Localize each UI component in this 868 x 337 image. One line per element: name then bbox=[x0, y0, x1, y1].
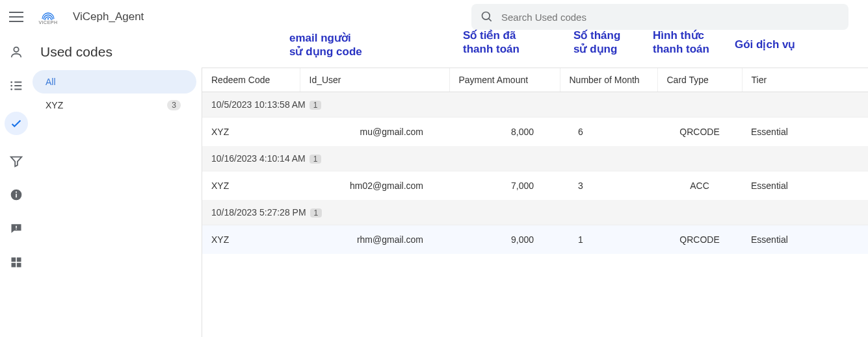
svg-point-3 bbox=[10, 81, 12, 83]
svg-point-0 bbox=[47, 18, 49, 19]
cell-user: hm02@gmail.com bbox=[300, 171, 449, 201]
col-amount[interactable]: Payment Amount bbox=[449, 68, 560, 92]
table-group-header[interactable]: 10/5/2023 10:13:58 AM1 bbox=[202, 92, 868, 118]
filter-label: XYZ bbox=[46, 100, 63, 110]
svg-rect-7 bbox=[16, 193, 17, 197]
col-month[interactable]: Number of Month bbox=[560, 68, 657, 92]
svg-rect-12 bbox=[17, 258, 21, 262]
filter-all[interactable]: All bbox=[33, 70, 196, 94]
logo-caption: VICEPH bbox=[38, 20, 57, 25]
group-badge: 1 bbox=[310, 208, 322, 218]
cell-amount: 7,000 bbox=[449, 171, 560, 201]
grid-icon[interactable] bbox=[8, 255, 24, 270]
group-timestamp: 10/5/2023 10:13:58 AM bbox=[211, 99, 306, 110]
cell-user: mu@gmail.com bbox=[300, 118, 449, 147]
svg-rect-14 bbox=[17, 263, 21, 268]
cell-amount: 8,000 bbox=[449, 118, 560, 147]
search-box[interactable] bbox=[471, 4, 848, 30]
group-badge: 1 bbox=[309, 155, 322, 164]
cell-month: 1 bbox=[560, 225, 657, 255]
feedback-icon[interactable] bbox=[8, 221, 24, 236]
hamburger-menu-icon[interactable] bbox=[7, 7, 26, 27]
cell-tier: Essential bbox=[742, 118, 868, 147]
filter-label: All bbox=[46, 77, 56, 87]
app-title: ViCeph_Agent bbox=[73, 10, 144, 23]
data-table: Redeem Code Id_User Payment Amount Numbe… bbox=[202, 68, 868, 337]
svg-point-1 bbox=[482, 12, 490, 20]
annotation-tier: Gói dịch vụ bbox=[735, 38, 795, 51]
app-logo: VICEPH bbox=[35, 10, 61, 25]
filter-icon[interactable] bbox=[8, 153, 24, 169]
filter-count: 3 bbox=[167, 100, 181, 110]
rail-nav bbox=[0, 34, 33, 337]
filter-xyz[interactable]: XYZ 3 bbox=[33, 94, 196, 117]
table-group-header[interactable]: 10/16/2023 4:10:14 AM1 bbox=[202, 146, 868, 171]
cell-tier: Essential bbox=[742, 171, 868, 201]
table-group-header[interactable]: 10/18/2023 5:27:28 PM1 bbox=[202, 200, 868, 225]
col-user[interactable]: Id_User bbox=[300, 68, 449, 92]
cell-amount: 9,000 bbox=[449, 225, 560, 255]
cell-card: QRCODE bbox=[657, 225, 742, 255]
group-timestamp: 10/16/2023 4:10:14 AM bbox=[211, 153, 306, 164]
table-row[interactable]: XYZmu@gmail.com8,0006QRCODEEssential bbox=[202, 118, 868, 147]
cell-redeem: XYZ bbox=[202, 171, 300, 201]
annotation-amount: Số tiền đã thanh toán bbox=[463, 29, 519, 56]
annotation-months: Số tháng sử dụng bbox=[573, 29, 620, 56]
list-icon[interactable] bbox=[8, 78, 24, 94]
user-icon[interactable] bbox=[8, 44, 24, 60]
svg-rect-9 bbox=[16, 226, 17, 228]
svg-rect-13 bbox=[12, 263, 16, 268]
group-badge: 1 bbox=[309, 101, 322, 110]
cell-tier: Essential bbox=[742, 225, 868, 255]
cell-redeem: XYZ bbox=[202, 118, 300, 147]
cell-user: rhm@gmail.com bbox=[300, 225, 449, 255]
search-icon bbox=[480, 10, 493, 23]
cell-card: QRCODE bbox=[657, 118, 742, 147]
info-icon[interactable] bbox=[8, 187, 24, 203]
table-header: Redeem Code Id_User Payment Amount Numbe… bbox=[202, 68, 868, 92]
col-redeem[interactable]: Redeem Code bbox=[202, 68, 300, 92]
table-row[interactable]: XYZrhm@gmail.com9,0001QRCODEEssential bbox=[202, 225, 868, 255]
topbar: VICEPH ViCeph_Agent bbox=[0, 0, 868, 34]
col-card[interactable]: Card Type bbox=[657, 68, 742, 92]
group-timestamp: 10/18/2023 5:27:28 PM bbox=[211, 207, 306, 218]
filter-list: All XYZ 3 bbox=[33, 68, 202, 337]
col-tier[interactable]: Tier bbox=[742, 68, 868, 92]
check-icon[interactable] bbox=[5, 112, 28, 135]
svg-rect-11 bbox=[12, 258, 16, 262]
annotation-email: email người sử dụng code bbox=[289, 31, 362, 59]
search-input[interactable] bbox=[501, 12, 839, 23]
svg-point-5 bbox=[10, 88, 12, 90]
cell-month: 3 bbox=[560, 171, 657, 201]
table-row[interactable]: XYZhm02@gmail.com7,0003ACCEssential bbox=[202, 171, 868, 201]
cell-card: ACC bbox=[657, 171, 742, 201]
svg-point-4 bbox=[10, 85, 12, 87]
cell-redeem: XYZ bbox=[202, 225, 300, 255]
cell-month: 6 bbox=[560, 118, 657, 147]
svg-point-8 bbox=[16, 192, 17, 193]
svg-point-10 bbox=[16, 229, 17, 230]
svg-point-2 bbox=[14, 47, 18, 52]
annotation-cardtype: Hình thức thanh toán bbox=[653, 29, 709, 56]
